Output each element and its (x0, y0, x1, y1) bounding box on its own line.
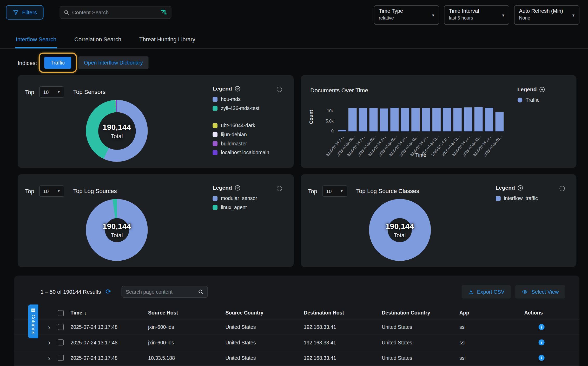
legend-item-label: linux_agent (221, 204, 247, 210)
select-view-button[interactable]: Select View (515, 285, 565, 298)
legend-arrow-icon[interactable] (235, 86, 240, 92)
info-icon[interactable]: i (539, 355, 545, 361)
row-expand-icon[interactable]: › (47, 339, 58, 346)
row-expand-icon[interactable]: › (47, 323, 58, 330)
top-count-select[interactable]: 10 ▼ (322, 185, 347, 197)
export-csv-button[interactable]: Export CSV (462, 285, 511, 298)
top-sensors-donut-chart[interactable]: 190,144 Total (86, 100, 148, 162)
header-destination-host[interactable]: Destination Host (304, 310, 382, 316)
panel-collapse-icon[interactable] (276, 87, 282, 92)
header-source-host[interactable]: Source Host (148, 310, 225, 316)
legend-item[interactable]: buildmaster (213, 139, 292, 148)
bar[interactable] (495, 112, 504, 132)
legend-item[interactable]: interflow_traffic (495, 194, 575, 203)
total-value: 190,144 (103, 222, 131, 231)
row-expand-icon[interactable]: › (47, 354, 58, 361)
y-axis-tick-label: 0 (314, 129, 334, 133)
documents-over-time-bar-chart[interactable] (337, 106, 505, 131)
bar[interactable] (348, 108, 357, 131)
panel-collapse-icon[interactable] (276, 186, 282, 191)
legend-swatch (213, 106, 217, 111)
header-app[interactable]: App (459, 310, 524, 316)
select-all-checkbox[interactable] (58, 310, 64, 316)
tab-threat-hunting-library[interactable]: Threat Hunting Library (138, 32, 196, 48)
page-search-input[interactable] (126, 289, 196, 295)
bar[interactable] (411, 108, 420, 131)
legend-item[interactable]: Traffic (517, 95, 576, 105)
table-row[interactable]: ›2025-07-24 13:17:48jxin-600-idsUnited S… (14, 319, 579, 335)
row-checkbox[interactable] (58, 324, 64, 330)
row-actions: i (524, 355, 579, 361)
time-type-dropdown[interactable]: Time Type relative ▼ (374, 5, 439, 25)
auto-refresh-dropdown[interactable]: Auto Refresh (Min) None ▼ (514, 5, 579, 25)
table-row[interactable]: ›2025-07-24 13:17:48jxin-600-idsUnited S… (14, 335, 579, 350)
app-root: Filters Time Type relative ▼ Time Interv… (0, 0, 588, 366)
info-icon[interactable]: i (539, 324, 545, 330)
bar[interactable] (380, 108, 388, 131)
top-log-source-classes-donut-chart[interactable]: 190,144 Total (369, 199, 431, 261)
bar[interactable] (464, 107, 472, 131)
refresh-icon[interactable]: ⟳ (105, 288, 111, 295)
bar[interactable] (359, 108, 367, 131)
legend-arrow-icon[interactable] (235, 185, 240, 191)
filters-button[interactable]: Filters (6, 5, 44, 20)
row-checkbox[interactable] (58, 339, 64, 345)
traffic-index-button[interactable]: Traffic (44, 57, 71, 69)
legend-item-label: lijun-debian (221, 132, 247, 137)
cell-source-country: United States (225, 339, 304, 345)
header-destination-country[interactable]: Destination Country (382, 310, 459, 316)
info-icon[interactable]: i (539, 339, 545, 345)
total-value: 190,144 (103, 123, 131, 132)
total-label: Total (394, 232, 406, 238)
legend-arrow-icon[interactable] (539, 87, 545, 92)
legend-item[interactable]: localhost.localdomain (213, 148, 292, 157)
bar[interactable] (422, 108, 430, 131)
top-count-select[interactable]: 10 ▼ (39, 86, 64, 98)
tab-correlation-search[interactable]: Correlation Search (74, 32, 122, 48)
legend-item-label: buildmaster (221, 141, 247, 146)
legend-item[interactable]: ubt-16044-dark (213, 121, 292, 130)
page-search-box[interactable] (122, 286, 208, 298)
row-checkbox[interactable] (58, 355, 64, 361)
panel-collapse-icon[interactable] (559, 186, 565, 191)
bar[interactable] (401, 108, 409, 131)
top-count-select[interactable]: 10 ▼ (39, 185, 64, 197)
chevron-down-icon: ▼ (340, 189, 343, 193)
bar[interactable] (474, 107, 483, 131)
results-section: ▦ Columns 1 – 50 of 190144 Results ⟳ Exp… (14, 275, 579, 366)
bar[interactable] (369, 108, 378, 131)
cell-time: 2025-07-24 13:17:48 (70, 355, 148, 361)
bar[interactable] (338, 130, 346, 131)
columns-button[interactable]: ▦ Columns (28, 305, 38, 338)
top-log-sources-donut-chart[interactable]: 190,144 Total (86, 199, 148, 261)
legend-item[interactable]: hqu-mds (213, 95, 292, 104)
cell-time: 2025-07-24 13:17:48 (70, 339, 148, 345)
chevron-down-icon: ▼ (572, 13, 575, 17)
open-interflow-dictionary-button[interactable]: Open Interflow Dictionary (78, 56, 148, 69)
header-source-country[interactable]: Source Country (225, 310, 304, 316)
cell-time: 2025-07-24 13:17:48 (70, 324, 148, 330)
bar[interactable] (432, 108, 441, 131)
legend-item[interactable]: zyli-436-mds-test (213, 104, 292, 113)
content-search-input[interactable] (72, 9, 157, 15)
legend-arrow-icon[interactable] (518, 185, 523, 191)
legend-item[interactable]: linux_agent (213, 203, 292, 212)
table-row[interactable]: ›2025-07-24 13:17:4810.33.5.188United St… (14, 350, 579, 366)
time-interval-dropdown[interactable]: Time Interval last 5 hours ▼ (444, 5, 509, 25)
donut-center-text: 190,144 Total (369, 199, 431, 261)
header-time[interactable]: Time↓ (70, 310, 148, 316)
time-controls: Time Type relative ▼ Time Interval last … (374, 5, 579, 25)
tab-interflow-search[interactable]: Interflow Search (15, 32, 57, 48)
legend-item[interactable]: lijun-debian (213, 130, 292, 139)
x-axis-title: Time (337, 152, 505, 158)
select-view-label: Select View (531, 289, 559, 295)
legend-item[interactable]: modular_sensor (213, 194, 292, 203)
time-type-label: Time Type (379, 8, 428, 14)
content-search-box[interactable] (60, 6, 171, 19)
bar[interactable] (485, 108, 493, 131)
viewport: Filters Time Type relative ▼ Time Interv… (0, 0, 588, 366)
bar[interactable] (453, 108, 462, 131)
bar[interactable] (391, 108, 399, 131)
cell-destination-country: United States (382, 355, 459, 361)
bar[interactable] (443, 108, 451, 131)
